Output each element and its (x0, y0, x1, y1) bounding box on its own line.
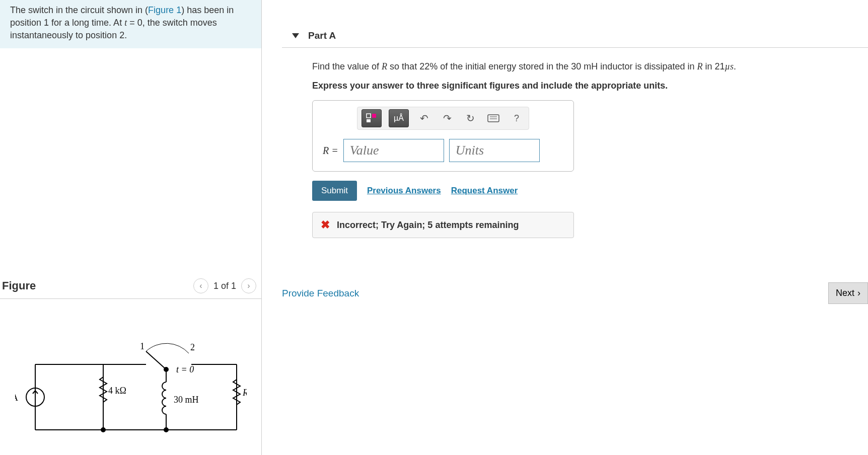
answer-box: µÅ ↶ ↷ ↻ ? R = (312, 100, 574, 172)
label-r1: 4 kΩ (108, 386, 126, 396)
part-header[interactable]: Part A (282, 0, 868, 48)
svg-rect-16 (367, 119, 371, 122)
circuit-diagram: 3 A 4 kΩ 1 2 t = 0 30 mH R (0, 299, 261, 455)
variable-label: R = (323, 145, 338, 157)
redo-icon[interactable]: ↷ (439, 110, 455, 126)
figure-next-button[interactable]: › (241, 278, 256, 293)
value-input[interactable] (343, 139, 444, 162)
answer-instruction: Express your answer to three significant… (312, 81, 858, 91)
previous-answers-link[interactable]: Previous Answers (367, 186, 441, 196)
svg-point-8 (101, 428, 105, 432)
figure-section: Figure ‹ 1 of 1 › (0, 275, 261, 455)
label-t0: t = 0 (176, 364, 194, 374)
units-icon[interactable]: µÅ (389, 109, 409, 127)
undo-icon[interactable]: ↶ (416, 110, 432, 126)
incorrect-icon: ✖ (321, 218, 330, 232)
feedback-box: ✖ Incorrect; Try Again; 5 attempts remai… (312, 212, 574, 238)
submit-button[interactable]: Submit (312, 181, 357, 201)
problem-statement: The switch in the circuit shown in (Figu… (0, 0, 261, 48)
label-r2: R (242, 388, 247, 398)
problem-text: The switch in the circuit shown in ( (10, 5, 148, 15)
next-label: Next (836, 288, 854, 298)
question-text: Find the value of R so that 22% of the i… (312, 60, 858, 73)
svg-rect-14 (367, 114, 371, 118)
request-answer-link[interactable]: Request Answer (451, 186, 518, 196)
reset-icon[interactable]: ↻ (462, 110, 478, 126)
part-title: Part A (308, 30, 336, 41)
svg-line-11 (146, 351, 166, 369)
figure-title: Figure (2, 279, 36, 292)
figure-prev-button[interactable]: ‹ (193, 278, 208, 293)
template-icon[interactable] (361, 109, 382, 127)
help-icon[interactable]: ? (509, 110, 525, 126)
keyboard-icon[interactable] (485, 110, 501, 126)
label-sw1: 1 (140, 341, 144, 351)
math-eq: = 0 (127, 18, 142, 28)
chevron-right-icon: › (857, 288, 860, 298)
provide-feedback-link[interactable]: Provide Feedback (282, 288, 359, 299)
label-ind: 30 mH (174, 395, 199, 405)
units-input[interactable] (449, 139, 540, 162)
figure-link[interactable]: Figure 1 (148, 5, 181, 15)
svg-rect-15 (372, 114, 376, 118)
svg-rect-17 (488, 115, 499, 122)
answer-toolbar: µÅ ↶ ↷ ↻ ? (357, 107, 529, 130)
collapse-icon (292, 33, 299, 38)
label-sw2: 2 (190, 342, 195, 352)
next-button[interactable]: Next › (828, 282, 868, 304)
figure-counter: 1 of 1 (213, 281, 236, 291)
feedback-text: Incorrect; Try Again; 5 attempts remaini… (337, 220, 519, 231)
label-source: 3 A (15, 393, 18, 403)
